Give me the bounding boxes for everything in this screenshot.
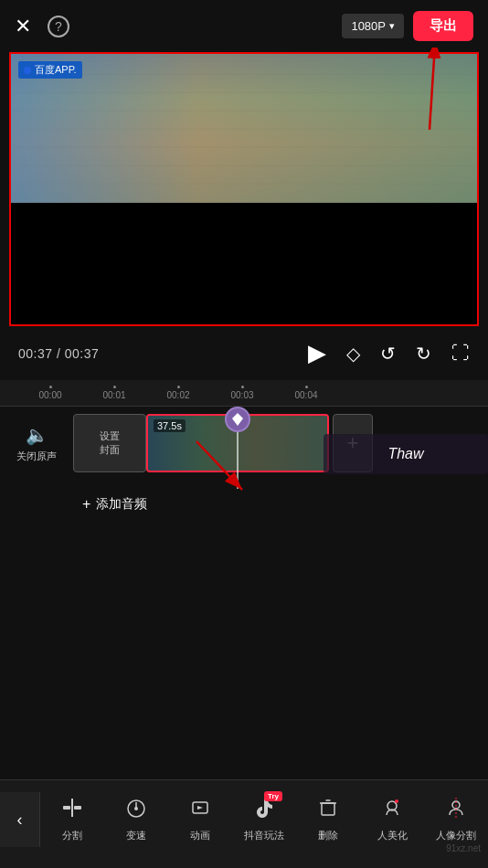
video-black-area bbox=[11, 203, 477, 324]
svg-point-8 bbox=[134, 807, 138, 810]
ruler-dot bbox=[241, 386, 244, 388]
bottom-toolbar: ‹ 分割 变速 动画 bbox=[0, 779, 488, 868]
animate-icon bbox=[189, 797, 211, 824]
ruler-dot bbox=[305, 386, 308, 388]
animate-label: 动画 bbox=[190, 829, 210, 842]
play-button[interactable]: ▶ bbox=[308, 339, 326, 367]
arrow-to-play bbox=[183, 437, 256, 504]
toolbar-items: 分割 变速 动画 Try bbox=[40, 789, 488, 850]
ruler-mark-2: 00:02 bbox=[146, 386, 210, 400]
baidu-label: 百度APP. bbox=[35, 63, 77, 77]
rotate-left-button[interactable]: ↺ bbox=[380, 343, 396, 365]
ruler-label-2: 00:02 bbox=[166, 390, 189, 400]
back-button[interactable]: ‹ bbox=[0, 792, 40, 847]
svg-line-3 bbox=[196, 441, 242, 490]
ruler-mark-4: 00:04 bbox=[274, 386, 338, 400]
toolbar-item-tiktok[interactable]: Try 抖音玩法 bbox=[232, 789, 296, 850]
back-icon: ‹ bbox=[17, 810, 23, 830]
ruler-marks: 00:00 00:01 00:02 00:03 00:04 bbox=[18, 386, 470, 400]
filter-button[interactable]: ◇ bbox=[346, 343, 360, 365]
svg-rect-5 bbox=[63, 806, 70, 810]
close-icon[interactable]: ✕ bbox=[15, 15, 31, 38]
svg-rect-10 bbox=[322, 803, 334, 815]
try-badge: Try bbox=[264, 791, 282, 801]
track-label: 🔈 关闭原声 bbox=[0, 424, 73, 463]
ruler-dot bbox=[113, 386, 116, 388]
current-time: 00:37 bbox=[18, 346, 53, 361]
top-bar: ✕ ? 1080P 导出 bbox=[0, 0, 488, 52]
top-bar-left: ✕ ? bbox=[15, 15, 69, 38]
ruler-label-0: 00:00 bbox=[38, 390, 61, 400]
split-label: 分割 bbox=[62, 829, 82, 842]
track-label-text[interactable]: 关闭原声 bbox=[16, 450, 57, 463]
tiktok-label: 抖音玩法 bbox=[244, 829, 284, 842]
arrow-to-export bbox=[384, 48, 448, 133]
mute-icon: 🔈 bbox=[26, 424, 48, 446]
ruler-label-4: 00:04 bbox=[294, 390, 317, 400]
add-audio-plus-icon: + bbox=[82, 496, 90, 513]
video-overlay-text: 百度APP. bbox=[18, 61, 82, 79]
thaw-overlay: Thaw bbox=[324, 434, 488, 474]
playback-controls: 00:37 / 00:37 ▶ ◇ ↺ ↻ ⛶ bbox=[0, 326, 488, 380]
toolbar-item-animate[interactable]: 动画 bbox=[168, 789, 232, 850]
add-audio-button[interactable]: + 添加音频 bbox=[82, 496, 147, 513]
toolbar-item-segment[interactable]: 人像分割 bbox=[424, 789, 488, 850]
help-icon[interactable]: ? bbox=[48, 16, 69, 37]
speed-icon bbox=[125, 797, 147, 824]
segment-label: 人像分割 bbox=[436, 829, 476, 842]
toolbar-item-speed[interactable]: 变速 bbox=[104, 789, 168, 850]
add-audio-label: 添加音频 bbox=[96, 496, 147, 513]
beauty-label: 人美化 bbox=[377, 829, 408, 842]
svg-point-13 bbox=[395, 799, 398, 803]
svg-rect-6 bbox=[74, 806, 81, 810]
bottom-nav: ‹ 分割 变速 动画 bbox=[0, 789, 488, 850]
control-buttons: ▶ ◇ ↺ ↻ ⛶ bbox=[308, 339, 470, 367]
ruler-mark-0: 00:00 bbox=[18, 386, 82, 400]
time-separator: / bbox=[57, 346, 65, 361]
delete-label: 删除 bbox=[318, 829, 338, 842]
video-clip-duration: 37.5s bbox=[154, 419, 186, 432]
cover-line1: 设置 bbox=[100, 430, 120, 441]
resolution-button[interactable]: 1080P bbox=[342, 14, 404, 38]
toolbar-item-delete[interactable]: 删除 bbox=[296, 789, 360, 850]
cover-clip[interactable]: 设置 封面 bbox=[73, 414, 146, 472]
ruler-dot bbox=[177, 386, 180, 388]
rotate-right-button[interactable]: ↻ bbox=[416, 343, 431, 365]
cover-clip-text: 设置 封面 bbox=[100, 429, 120, 458]
delete-icon bbox=[317, 797, 339, 824]
watermark: 91xz.net bbox=[446, 843, 481, 853]
toolbar-item-beauty[interactable]: 人美化 bbox=[360, 789, 424, 850]
timeline-ruler: 00:00 00:01 00:02 00:03 00:04 bbox=[0, 380, 488, 407]
fullscreen-button[interactable]: ⛶ bbox=[451, 343, 470, 364]
playhead-icon bbox=[232, 413, 243, 426]
export-button[interactable]: 导出 bbox=[413, 11, 473, 41]
playhead-diamond bbox=[225, 407, 250, 432]
time-display: 00:37 / 00:37 bbox=[18, 346, 99, 361]
ruler-label-1: 00:01 bbox=[102, 390, 125, 400]
cover-line2: 封面 bbox=[100, 444, 120, 455]
baidu-logo bbox=[24, 67, 31, 74]
ruler-mark-1: 00:01 bbox=[82, 386, 146, 400]
svg-rect-4 bbox=[71, 799, 73, 817]
tiktok-icon: Try bbox=[253, 797, 275, 824]
speed-label: 变速 bbox=[126, 829, 146, 842]
total-time: 00:37 bbox=[65, 346, 100, 361]
ruler-mark-3: 00:03 bbox=[210, 386, 274, 400]
thaw-text: Thaw bbox=[387, 446, 423, 462]
toolbar-item-split[interactable]: 分割 bbox=[40, 789, 104, 850]
top-bar-right: 1080P 导出 bbox=[342, 11, 473, 41]
svg-line-1 bbox=[430, 58, 434, 130]
segment-icon bbox=[445, 797, 467, 824]
ruler-dot bbox=[49, 386, 52, 388]
split-icon bbox=[61, 797, 83, 824]
ruler-label-3: 00:03 bbox=[230, 390, 253, 400]
beauty-icon bbox=[381, 797, 403, 824]
